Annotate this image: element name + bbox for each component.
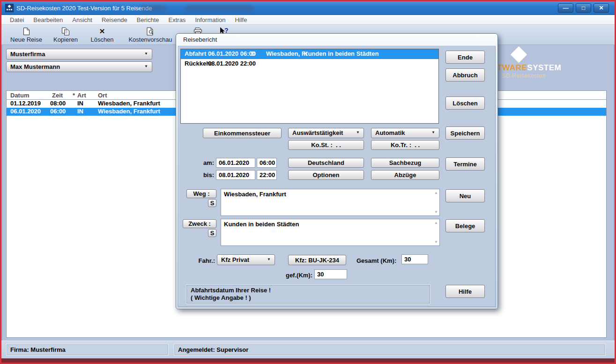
col-star[interactable]: * [73,92,75,99]
weg-button[interactable]: Weg : [186,189,216,198]
dialog-client: Abfahrt 06.01.2020 06:00 D Wiesbaden, Fr… [178,46,496,307]
toolbar-label: Neue Reise [10,36,42,43]
automatik-select[interactable]: Automatik ▼ [371,128,439,138]
close-button[interactable]: ✕ [594,3,609,13]
zweck-textarea[interactable]: Kunden in beiden Städten ▲ ▼ [221,219,440,246]
app-icon [5,4,14,12]
title-bar: SD-Reisekosten 2020 Test-Version für 5 R… [1,1,615,15]
scroll-up-icon[interactable]: ▲ [434,221,438,225]
deutschland-button[interactable]: Deutschland [288,158,364,168]
taetigkeit-select-value: Auswärtstätigkeit [292,129,343,136]
kostenstelle-button[interactable]: Ko.St. : . . [288,140,364,150]
weg-text: Wiesbaden, Frankfurt [224,191,286,198]
speichern-button[interactable]: Speichern [445,126,485,140]
list-item-selected[interactable]: Abfahrt 06.01.2020 06:00 D Wiesbaden, Fr… [181,49,438,59]
kostentraeger-button[interactable]: Ko.Tr. : . . [371,140,439,150]
sachbezug-button[interactable]: Sachbezug [371,158,439,168]
col-zeit[interactable]: Zeit [52,92,63,99]
delete-x-icon: ✕ [99,26,105,36]
kfz-button[interactable]: Kfz: BU-JK-234 [288,255,346,265]
list-item[interactable]: Rückkehr 08.01.2020 22:00 [181,59,438,69]
menu-reisende[interactable]: Reisende [97,15,132,24]
scroll-up-icon[interactable]: ▲ [434,191,438,195]
zweck-button[interactable]: Zweck : [183,219,216,228]
am-label: am: [188,159,214,166]
hilfe-button[interactable]: Hilfe [445,285,485,298]
cell-art: IN [77,108,83,115]
bis-label: bis: [188,171,214,178]
optionen-button[interactable]: Optionen [288,170,364,180]
einkommenssteuer-button[interactable]: Einkommenssteuer [203,128,282,138]
termine-button[interactable]: Termine [445,157,485,171]
weg-textarea[interactable]: Wiesbaden, Frankfurt ▲ ▼ [221,189,440,216]
entry-land: D [251,50,255,57]
abbruch-button[interactable]: Abbruch [445,68,485,82]
menu-datei[interactable]: Datei [5,15,29,24]
scroll-down-icon[interactable]: ▼ [434,210,438,214]
taetigkeit-select[interactable]: Auswärtstätigkeit ▼ [288,128,364,138]
cell-datum: 01.12.2019 [10,100,41,107]
chevron-down-icon: ▼ [144,49,148,59]
cell-ort: Wiesbaden, Frankfurt [98,100,160,107]
bottom-frame [1,358,615,363]
am-time-field[interactable]: 06:00 [257,158,277,168]
toolbar-kostenvorschau[interactable]: Kostenvorschau [126,26,175,43]
col-ort[interactable]: Ort [98,92,107,99]
entry-datetime: 08.01.2020 22:00 [208,60,256,67]
traveler-select[interactable]: Max Mustermann ▼ [6,61,152,72]
menu-berichte[interactable]: Berichte [132,15,164,24]
gef-km-field[interactable]: 30 [314,269,347,279]
menu-bearbeiten[interactable]: Bearbeiten [29,15,67,24]
chevron-down-icon: ▼ [431,128,435,137]
belege-button[interactable]: Belege [445,219,485,232]
cell-ort: Wiesbaden, Frankfurt [98,108,160,115]
preview-magnifier-icon [146,26,155,36]
traveler-select-value: Max Mustermann [10,63,60,70]
bis-time-field[interactable]: 22:00 [257,170,277,180]
company-select[interactable]: Musterfirma ▼ [6,49,152,59]
brand-logo-white: SYSTEM [527,63,561,72]
dialog-title[interactable]: Reisebericht [176,34,497,45]
reisebericht-dialog: Reisebericht Abfahrt 06.01.2020 06:00 D … [176,33,498,309]
weg-s-button[interactable]: S [208,199,216,207]
hint-line1: Abfahrtsdatum Ihrer Reise ! [191,287,426,294]
menu-hilfe[interactable]: Hilfe [230,15,252,24]
scroll-down-icon[interactable]: ▼ [434,240,438,244]
menu-ansicht[interactable]: Ansicht [67,15,97,24]
logo-diamond-icon [511,46,527,63]
automatik-select-value: Automatik [375,129,405,136]
menu-bar: Datei Bearbeiten Ansicht Reisende Berich… [1,15,615,25]
new-document-icon [23,26,30,36]
cell-zeit: 06:00 [50,108,66,115]
toolbar-label: Kopieren [53,36,78,43]
brand-logo-subtitle: SD-Reisekosten [502,73,546,79]
menu-information[interactable]: Information [190,15,230,24]
ende-button[interactable]: Ende [445,51,485,64]
am-date-field[interactable]: 06.01.2020 [216,158,255,168]
toolbar-neue-reise[interactable]: Neue Reise [7,26,45,43]
abzuege-button[interactable]: Abzüge [371,170,439,180]
chevron-down-icon: ▼ [144,61,148,71]
gesamt-km-field[interactable]: 30 [401,254,428,264]
hint-line2: ( Wichtige Angabe ! ) [191,294,426,302]
neu-button[interactable]: Neu [445,189,485,202]
menu-extras[interactable]: Extras [164,15,191,24]
toolbar-kopieren[interactable]: Kopieren [50,26,81,43]
bis-date-field[interactable]: 08.01.2020 [216,170,255,180]
redacted-smudge [185,5,253,11]
col-datum[interactable]: Datum [10,92,29,99]
col-art[interactable]: Art [77,92,86,99]
hint-box: Abfahrtsdatum Ihrer Reise ! ( Wichtige A… [186,285,430,304]
minimize-button[interactable]: — [558,3,573,13]
window-title: SD-Reisekosten 2020 Test-Version für 5 R… [16,5,152,12]
maximize-button[interactable]: □ [576,3,591,13]
zweck-s-button[interactable]: S [208,229,216,237]
application-window: SD-Reisekosten 2020 Test-Version für 5 R… [0,0,616,364]
status-firma: Firma: Musterfirma [6,344,169,356]
entries-listbox: Abfahrt 06.01.2020 06:00 D Wiesbaden, Fr… [180,49,439,124]
toolbar-loeschen[interactable]: ✕ Löschen [89,26,116,43]
loeschen-button[interactable]: Löschen [445,97,485,110]
chevron-down-icon: ▼ [356,128,360,137]
fahrzeug-select[interactable]: Kfz Privat ▼ [217,254,275,265]
toolbar-label: Kostenvorschau [128,36,172,43]
